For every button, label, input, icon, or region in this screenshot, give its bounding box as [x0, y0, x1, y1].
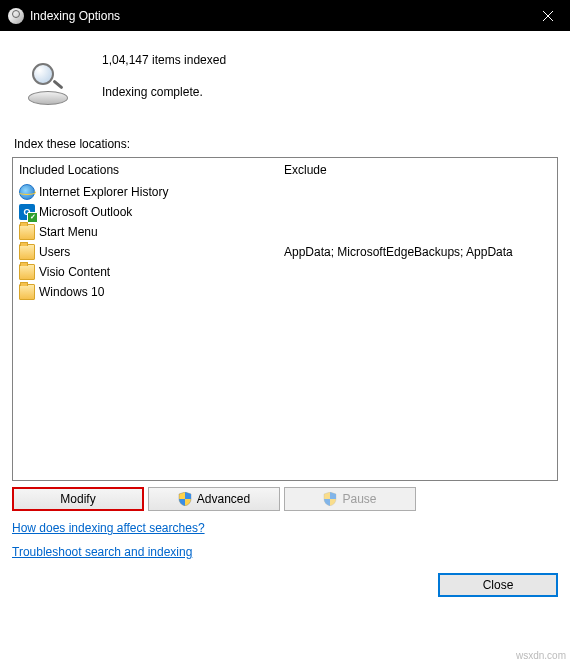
close-label: Close: [483, 578, 514, 592]
location-name: Windows 10: [39, 285, 104, 299]
watermark: wsxdn.com: [516, 650, 566, 661]
list-item[interactable]: O Microsoft Outlook: [19, 202, 272, 222]
list-item[interactable]: Internet Explorer History: [19, 182, 272, 202]
exclude-column: Exclude AppData; MicrosoftEdgeBackups; A…: [278, 158, 557, 480]
exclude-header: Exclude: [284, 162, 551, 178]
advanced-label: Advanced: [197, 492, 250, 506]
outlook-icon: O: [19, 204, 35, 220]
folder-icon: [19, 244, 35, 260]
exclude-cell: [284, 202, 551, 222]
exclude-cell: AppData; MicrosoftEdgeBackups; AppData: [284, 242, 551, 262]
exclude-cell: [284, 182, 551, 202]
included-column: Included Locations Internet Explorer His…: [13, 158, 278, 480]
shield-icon: [178, 492, 192, 506]
indexing-icon: [26, 61, 74, 109]
troubleshoot-link[interactable]: Troubleshoot search and indexing: [12, 545, 192, 559]
list-item[interactable]: Start Menu: [19, 222, 272, 242]
location-name: Internet Explorer History: [39, 185, 168, 199]
folder-icon: [19, 284, 35, 300]
ie-icon: [19, 184, 35, 200]
how-indexing-link[interactable]: How does indexing affect searches?: [12, 521, 205, 535]
shield-icon: [323, 492, 337, 506]
list-item[interactable]: Visio Content: [19, 262, 272, 282]
exclude-cell: [284, 222, 551, 242]
pause-label: Pause: [342, 492, 376, 506]
location-name: Users: [39, 245, 70, 259]
advanced-button[interactable]: Advanced: [148, 487, 280, 511]
button-row: Modify Advanced Pause: [12, 487, 558, 511]
close-icon: [543, 11, 553, 21]
modify-label: Modify: [60, 492, 95, 506]
indexing-state: Indexing complete.: [102, 85, 226, 99]
folder-icon: [19, 264, 35, 280]
close-window-button[interactable]: [525, 0, 570, 31]
dialog-content: 1,04,147 items indexed Indexing complete…: [0, 31, 570, 605]
list-item[interactable]: Users: [19, 242, 272, 262]
locations-label: Index these locations:: [14, 137, 558, 151]
close-row: Close: [12, 573, 558, 597]
exclude-cell: [284, 282, 551, 302]
app-icon: [8, 8, 24, 24]
location-name: Visio Content: [39, 265, 110, 279]
location-name: Start Menu: [39, 225, 98, 239]
help-links: How does indexing affect searches? Troub…: [12, 521, 558, 569]
status-text: 1,04,147 items indexed Indexing complete…: [102, 43, 226, 99]
location-name: Microsoft Outlook: [39, 205, 132, 219]
status-area: 1,04,147 items indexed Indexing complete…: [12, 43, 558, 109]
close-button[interactable]: Close: [438, 573, 558, 597]
folder-icon: [19, 224, 35, 240]
modify-button[interactable]: Modify: [12, 487, 144, 511]
list-item[interactable]: Windows 10: [19, 282, 272, 302]
exclude-cell: [284, 262, 551, 282]
indexed-count: 1,04,147 items indexed: [102, 53, 226, 67]
included-header: Included Locations: [19, 162, 272, 178]
locations-listbox[interactable]: Included Locations Internet Explorer His…: [12, 157, 558, 481]
titlebar: Indexing Options: [0, 0, 570, 31]
window-title: Indexing Options: [30, 9, 120, 23]
pause-button: Pause: [284, 487, 416, 511]
